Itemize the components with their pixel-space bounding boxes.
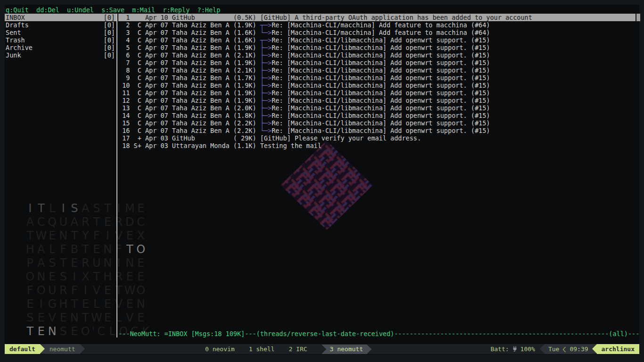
mail-row[interactable]: 5 C Apr 07 Taha Aziz Ben A (1.9K) ├─>Re:… [118,44,636,51]
mail-row-columns: 3 C Apr 07 Taha Aziz Ben A (1.6K) [118,29,260,36]
mailbox-count: [0] [104,51,115,59]
clock-letter: R [58,284,69,297]
powerline-arrow-icon [367,345,372,354]
mail-row-columns: 15 C Apr 07 Taha Aziz Ben A (2.2K) [118,119,260,127]
clock-letter: R [80,256,91,270]
clock-letter: E [58,311,69,325]
clock-row: ONESIXTHREE [25,270,151,284]
clock-row: ITLISASTIME [25,202,151,215]
mail-row-columns: 9 C Apr 07 Taha Aziz Ben A (1.7K) [118,74,260,82]
clock-letter: E [124,297,136,311]
tmux-right-status: Batt: 100% Tue 09:39 [490,344,639,354]
mail-row[interactable]: 3 C Apr 07 Taha Aziz Ben A (1.6K) └─>Re:… [118,29,636,36]
spacer [21,29,104,36]
mail-row[interactable]: 9 C Apr 07 Taha Aziz Ben A (1.7K) ├─>Re:… [118,74,636,82]
spacer [535,344,540,354]
mail-row[interactable]: 11 C Apr 07 Taha Aziz Ben A (1.9K) ├─>Re… [118,89,636,97]
clock-letter: E [124,270,136,284]
clock-letter: T [25,325,36,338]
clock-letter: N [135,297,147,311]
powerline-arrow-icon [322,345,326,354]
clock-letter: E [135,270,147,284]
clock-row: PASTERUNINE [25,256,151,270]
powerline-arrow-icon [40,344,45,354]
mail-row[interactable]: 10 C Apr 07 Taha Aziz Ben A (1.9K) ├─>Re… [118,82,636,89]
sidebar-item-junk[interactable]: Junk[0] [5,51,116,59]
clock-letter: E [25,297,36,311]
mail-row[interactable]: 16 C Apr 07 Taha Aziz Ben A (2.2K) └─>Re… [118,127,636,134]
clock-letter: H [102,270,114,284]
clock-letter: S [69,202,80,215]
mailbox-count: [0] [104,14,115,21]
clock-letter: I [113,202,124,215]
clock-letter: E [102,215,114,229]
tmux-pane-title: neomutt [45,344,80,354]
clock-letter: R [113,215,124,229]
mail-row[interactable]: 1 Apr 10 GitHub (0.5K) [GitHub] A third-… [118,14,636,21]
clock-letter: E [102,284,114,297]
mail-row-columns: 8 C Apr 07 Taha Aziz Ben A (2.1K) [118,66,260,74]
mail-row[interactable]: 18 S+ Apr 03 Uttarayan Monda (1.1K) Test… [118,142,636,149]
mail-row[interactable]: 13 C Apr 07 Taha Aziz Ben A (2.0K) ├─>Re… [118,104,636,112]
mailbox-count: [0] [104,44,115,51]
sidebar-item-inbox[interactable]: INBOX[0] [5,14,116,21]
thread-tree-icon: ├─> [260,44,272,51]
scrollbar-indicator[interactable] [636,14,640,21]
mail-row[interactable]: 14 C Apr 07 Taha Aziz Ben A (1.8K) ├─>Re… [118,112,636,119]
mail-subject: Re: [Macchina-CLI/macchina] Add feature … [272,21,490,29]
clock-row: HALFBTENFTO [25,243,151,256]
mail-row-columns: 18 S+ Apr 03 Uttarayan Monda (1.1K) [118,142,260,149]
mailbox-sidebar: INBOX[0]Drafts[0]Sent[0]Trash[0]Archive[… [5,14,116,59]
clock-letter: C [96,325,107,338]
clock-letter: T [102,202,114,215]
spacer [25,14,104,21]
sidebar-item-archive[interactable]: Archive[0] [5,44,116,51]
clock-letter: V [113,297,124,311]
menu-item: m:Mail [132,6,155,14]
mail-row[interactable]: 7 C Apr 07 Taha Aziz Ben A (1.9K) ├─>Re:… [118,59,636,66]
clock-letter: E [69,256,80,270]
menu-item: ?:Help [198,6,221,14]
mail-row[interactable]: 12 C Apr 07 Taha Aziz Ben A (1.9K) ├─>Re… [118,97,636,104]
mail-subject: [GitHub] A third-party OAuth application… [260,14,532,21]
mailbox-count: [0] [104,36,115,44]
mail-row-columns: 17 + Apr 03 GitHub ( 29K) [118,134,260,142]
clock-letter: T [80,243,91,256]
mail-row[interactable]: 2 C Apr 07 Taha Aziz Ben A (1.9K) ┬─>Re:… [118,21,636,29]
tmux-window-neomutt[interactable]: 3 neomutt [326,345,367,354]
battery-plug-icon [509,344,520,354]
sidebar-item-sent[interactable]: Sent[0] [5,29,116,36]
clock-letter: A [25,215,36,229]
mail-row[interactable]: 15 C Apr 07 Taha Aziz Ben A (2.2K) ├─>Re… [118,119,636,127]
sidebar-item-trash[interactable]: Trash[0] [5,36,116,44]
tmux-window-neovim[interactable]: 0 neovim [205,346,235,353]
menu-item: u:Undel [67,6,94,14]
clock-letter: V [113,229,124,243]
mail-row[interactable]: 8 C Apr 07 Taha Aziz Ben A (2.1K) ├─>Re:… [118,66,636,74]
clock-letter: F [113,243,124,256]
mail-row[interactable]: 4 C Apr 07 Taha Aziz Ben A (1.6K) ┬─>Re:… [118,36,636,44]
mail-row[interactable]: 17 + Apr 03 GitHub ( 29K) [GitHub] Pleas… [118,134,636,142]
tmux-window-irc[interactable]: 2 IRC [289,346,307,353]
tmux-window-shell[interactable]: 1 shell [249,346,275,353]
clock-letter: D [124,215,136,229]
clock-row: SEVENTWELVE [25,311,151,325]
mail-row[interactable]: 6 C Apr 07 Taha Aziz Ben A (2.1K) ├─>Re:… [118,51,636,59]
mailbox-name: Sent [6,29,21,36]
thread-tree-icon: ├─> [260,74,272,82]
spacer [25,36,104,44]
tmux-session-name[interactable]: default [5,344,40,354]
clock-letter: S [58,325,69,338]
mail-row-columns: 2 C Apr 07 Taha Aziz Ben A (1.9K) [118,21,260,29]
mail-subject: Re: [Macchina-CLI/libmacchina] Add openw… [272,97,490,104]
clock-letter: N [124,256,136,270]
sidebar-item-drafts[interactable]: Drafts[0] [5,21,116,29]
thread-tree-icon: ├─> [260,66,272,74]
clock-letter: I [25,202,36,215]
mailbox-name: Trash [6,36,25,44]
clock-letter: T [58,256,69,270]
clock-letter: T [25,229,36,243]
powerline-arrow-icon [80,344,85,354]
mail-subject: Re: [Macchina-CLI/libmacchina] Add openw… [272,74,490,82]
clock-letter: L [91,297,102,311]
